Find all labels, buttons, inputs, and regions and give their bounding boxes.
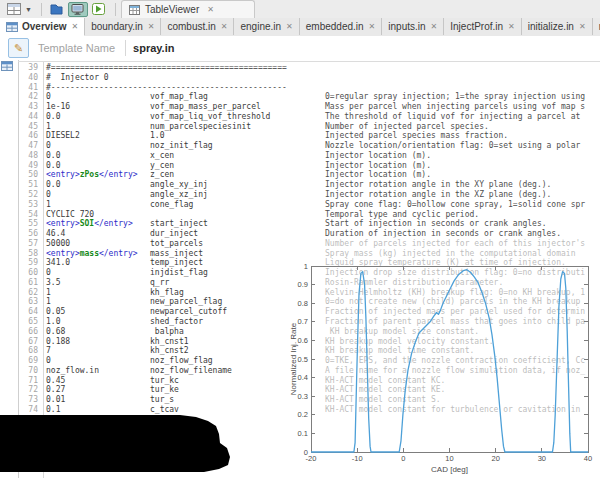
close-icon[interactable]: ✕ — [207, 6, 214, 14]
parameter-name: kh_cnst1 — [150, 337, 189, 347]
parameter-description: Spray cone flag: 0=hollow cone spray, 1=… — [325, 200, 585, 210]
document-blue-icon[interactable] — [47, 2, 67, 17]
file-tab-makesurface-in[interactable]: makesurface.in✕ — [593, 18, 600, 35]
code-line-49[interactable]: 490.0y_cenInjector location (m). — [0, 161, 600, 171]
parameter-description: Injector location (m). — [325, 170, 431, 180]
code-line-51[interactable]: 510.0angle_xy_injInjector rotation angle… — [0, 180, 600, 190]
value-token: <entry>zPos</entry> — [46, 170, 138, 180]
monitor-icon[interactable] — [68, 2, 88, 17]
code-line-48[interactable]: 480.0x_cenInjector location (m). — [0, 151, 600, 161]
y-tick-label: 0.8 — [298, 299, 308, 308]
file-tab-label: Overview — [22, 21, 66, 32]
file-tab-embedded-in[interactable]: embedded.in✕ — [300, 18, 383, 35]
value-token: 1.0 — [46, 317, 60, 327]
close-icon[interactable]: ✕ — [431, 23, 438, 31]
close-icon[interactable]: ✕ — [286, 23, 293, 31]
close-icon[interactable]: ✕ — [508, 23, 515, 31]
redaction-block — [0, 412, 233, 474]
code-line-47[interactable]: 470noz_init_flagNozzle location/orientat… — [0, 141, 600, 151]
value-token: #---------------------------------------… — [46, 83, 287, 93]
line-number: 65 — [0, 317, 38, 327]
line-number: 39 — [0, 63, 38, 73]
pencil-icon[interactable]: ✎ — [8, 38, 29, 58]
value-token: 0.0 — [46, 161, 60, 171]
close-icon[interactable]: ✕ — [71, 23, 78, 31]
value-token: CYCLIC 720 — [46, 210, 94, 220]
value-token: 0.27 — [46, 385, 65, 395]
value-token: <entry>SOI</entry> — [46, 219, 133, 229]
value-token: 0 — [46, 92, 51, 102]
line-number: 46 — [0, 131, 38, 141]
close-icon[interactable]: ✕ — [221, 23, 228, 31]
code-line-50[interactable]: 50<entry>zPos</entry>z_cenInjector locat… — [0, 170, 600, 180]
parameter-name: tot_parcels — [150, 239, 203, 249]
code-line-39[interactable]: 39#=====================================… — [0, 63, 600, 73]
parameter-name: balpha — [150, 327, 184, 337]
line-number: 53 — [0, 200, 38, 210]
value-token: # Injector 0 — [46, 73, 109, 83]
layout-icon[interactable] — [4, 2, 24, 17]
close-icon[interactable]: ✕ — [148, 23, 155, 31]
value-token: #=======================================… — [46, 63, 287, 73]
line-number: 71 — [0, 376, 38, 386]
file-tab-engine-in[interactable]: engine.in✕ — [234, 18, 299, 35]
file-tab-overview[interactable]: Overview✕ — [0, 18, 85, 36]
x-axis-label: CAD [deg] — [431, 465, 468, 474]
value-token: 1e-16 — [46, 102, 70, 112]
line-number: 43 — [0, 102, 38, 112]
code-line-45[interactable]: 451num_parcelspeciesinitNumber of inject… — [0, 122, 600, 132]
code-line-53[interactable]: 531cone_flagSpray cone flag: 0=hollow co… — [0, 200, 600, 210]
code-line-43[interactable]: 431e-16vof_map_mass_per_parcelMass per p… — [0, 102, 600, 112]
code-line-44[interactable]: 440.0vof_map_liq_vof_thresholdThe thresh… — [0, 112, 600, 122]
value-token: 0.45 — [46, 376, 65, 386]
play-icon[interactable] — [89, 2, 109, 17]
file-tab-inputs-in[interactable]: inputs.in✕ — [382, 18, 444, 35]
value-token: 1 — [46, 297, 51, 307]
line-number: 42 — [0, 92, 38, 102]
parameter-description: Start of injection in seconds or crank a… — [325, 219, 547, 229]
code-line-40[interactable]: 40# Injector 0 — [0, 73, 600, 83]
file-tab-combust-in[interactable]: combust.in✕ — [161, 18, 234, 35]
line-number: 74 — [0, 405, 38, 415]
injection-rate-line — [311, 270, 588, 452]
parameter-description: Mass per parcel when injecting parcels u… — [325, 102, 585, 112]
parameter-name: y_cen — [150, 161, 174, 171]
file-tab-injectprof-in[interactable]: InjectProf.in✕ — [444, 18, 522, 35]
y-tick-label: 0.1 — [298, 429, 308, 438]
editor-border — [18, 61, 600, 62]
parameter-name: 1.0 — [150, 131, 164, 141]
code-line-42[interactable]: 420vof_map_flag0=regular spray injection… — [0, 92, 600, 102]
parameter-name: c_tcav — [150, 405, 179, 415]
line-number: 62 — [0, 288, 38, 298]
line-number: 52 — [0, 190, 38, 200]
parameter-description: Temporal type and cyclic period. — [325, 210, 479, 220]
line-number: 60 — [0, 268, 38, 278]
file-tab-initialize-in[interactable]: initialize.in✕ — [522, 18, 593, 35]
parameter-description: Injector rotation angle in the XZ plane … — [325, 190, 551, 200]
parameter-name: mass_inject — [150, 249, 203, 259]
code-line-54[interactable]: 54CYCLIC 720Temporal type and cyclic per… — [0, 210, 600, 220]
file-tab-label: inputs.in — [388, 21, 425, 32]
value-token: 50000 — [46, 239, 70, 249]
code-line-46[interactable]: 46DIESEL21.0Injected parcel species mass… — [0, 131, 600, 141]
parameter-name: start_inject — [150, 219, 208, 229]
line-number: 67 — [0, 337, 38, 347]
x-tick-label: 30 — [538, 454, 546, 463]
close-icon[interactable]: ✕ — [369, 23, 376, 31]
parameter-name: tur_ke — [150, 385, 179, 395]
close-icon[interactable]: ✕ — [579, 23, 586, 31]
line-number: 55 — [0, 219, 38, 229]
template-name-field[interactable]: spray.in — [125, 40, 174, 56]
chevron-down-icon[interactable]: ▼ — [25, 6, 32, 13]
doc-tab-tableviewer[interactable]: TableViewer✕ — [121, 0, 255, 18]
code-line-55[interactable]: 55<entry>SOI</entry>start_injectStart of… — [0, 219, 600, 229]
code-line-41[interactable]: 41#-------------------------------------… — [0, 83, 600, 93]
value-token: <entry>mass</entry> — [46, 249, 138, 259]
code-line-52[interactable]: 520angle_xz_injInjector rotation angle i… — [0, 190, 600, 200]
line-number: 47 — [0, 141, 38, 151]
parameter-name: noz_init_flag — [150, 141, 213, 151]
file-tab-boundary-in[interactable]: boundary.in✕ — [85, 18, 161, 35]
parameter-name: tur_s — [150, 395, 174, 405]
toolbar-divider — [41, 3, 42, 16]
injection-rate-chart: -20-1001020304000.10.20.30.40.50.60.70.8… — [288, 237, 600, 478]
